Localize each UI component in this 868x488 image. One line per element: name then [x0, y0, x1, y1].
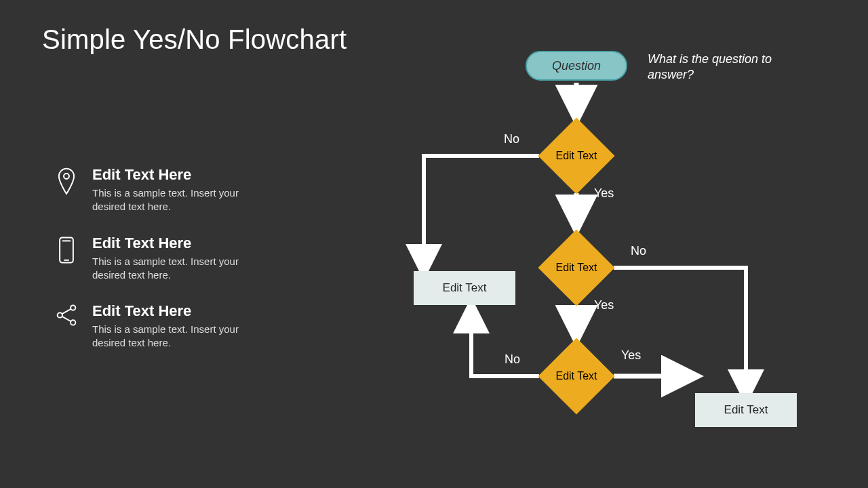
- bullet-item: Edit Text Here This is a sample text. In…: [53, 166, 311, 214]
- bullet-item: Edit Text Here This is a sample text. In…: [53, 235, 311, 283]
- svg-point-4: [71, 305, 75, 310]
- slide: Simple Yes/No Flowchart Edit Text Here T…: [0, 0, 868, 488]
- bullet-title: Edit Text Here: [92, 235, 269, 252]
- decision-1-label: Edit Text: [555, 150, 597, 162]
- bullet-desc: This is a sample text. Insert your desir…: [92, 323, 269, 350]
- decision-2-yes-label: Yes: [594, 298, 614, 312]
- outcome-2: Edit Text: [695, 393, 797, 427]
- decision-3-label: Edit Text: [555, 370, 597, 382]
- decision-2-no-label: No: [631, 244, 646, 258]
- svg-point-6: [71, 320, 75, 325]
- svg-line-8: [62, 317, 71, 321]
- location-pin-icon: [53, 167, 80, 196]
- svg-point-5: [58, 312, 62, 317]
- phone-icon: [53, 236, 80, 264]
- bullet-title: Edit Text Here: [92, 166, 269, 184]
- slide-title: Simple Yes/No Flowchart: [42, 24, 347, 55]
- outcome-1-label: Edit Text: [443, 281, 487, 295]
- decision-1: Edit Text: [539, 119, 614, 193]
- bullet-desc: This is a sample text. Insert your desir…: [92, 186, 269, 214]
- bullet-list: Edit Text Here This is a sample text. In…: [53, 166, 311, 371]
- decision-3-no-label: No: [505, 352, 520, 367]
- svg-line-7: [62, 309, 71, 314]
- outcome-1: Edit Text: [414, 271, 515, 305]
- bullet-desc: This is a sample text. Insert your desir…: [92, 255, 269, 283]
- bullet-title: Edit Text Here: [92, 302, 269, 320]
- svg-point-0: [64, 174, 69, 179]
- decision-2-label: Edit Text: [555, 262, 597, 274]
- decision-3: Edit Text: [539, 339, 614, 413]
- decision-3-yes-label: Yes: [621, 348, 641, 363]
- decision-2: Edit Text: [539, 230, 614, 305]
- flowchart: Question What is the question to answer?: [380, 41, 841, 474]
- decision-1-yes-label: Yes: [594, 186, 614, 201]
- decision-1-no-label: No: [504, 132, 519, 146]
- share-icon: [53, 304, 80, 327]
- bullet-item: Edit Text Here This is a sample text. In…: [53, 302, 311, 350]
- outcome-2-label: Edit Text: [724, 403, 768, 417]
